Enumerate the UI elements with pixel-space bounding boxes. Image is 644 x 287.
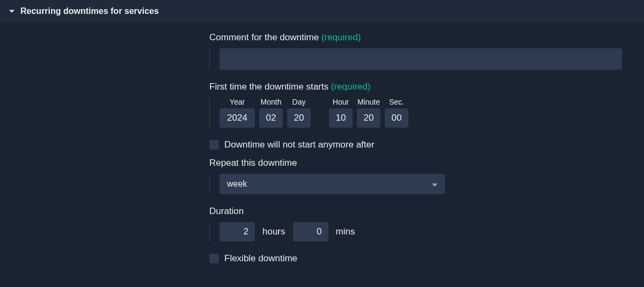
end-enabled-label: Downtime will not start anymore after	[224, 139, 375, 150]
hour-header: Hour	[333, 98, 349, 106]
flexible-row: Flexible downtime	[209, 253, 628, 264]
section-title: Recurring downtimes for services	[20, 6, 159, 16]
duration-hours-input[interactable]	[219, 222, 255, 241]
start-time-label: First time the downtime starts (required…	[209, 82, 628, 92]
caret-down-icon	[432, 179, 437, 189]
repeat-value: week	[227, 179, 247, 189]
sec-header: Sec.	[389, 98, 404, 106]
form-body: Comment for the downtime (required) Firs…	[0, 23, 644, 264]
duration-field: Duration hours mins	[209, 206, 628, 241]
repeat-select[interactable]: week	[219, 174, 445, 194]
hours-unit: hours	[262, 226, 286, 237]
required-tag: (required)	[321, 32, 361, 42]
required-tag: (required)	[331, 82, 371, 92]
repeat-field: Repeat this downtime week	[209, 158, 628, 194]
duration-mins-input[interactable]	[293, 222, 328, 241]
day-input[interactable]	[287, 108, 311, 128]
month-input[interactable]	[259, 108, 283, 128]
sec-input[interactable]	[385, 108, 408, 128]
flexible-label: Flexible downtime	[224, 253, 297, 264]
year-header: Year	[230, 98, 245, 106]
chevron-down-icon	[9, 8, 15, 14]
comment-input[interactable]	[219, 48, 622, 70]
flexible-checkbox[interactable]	[209, 254, 219, 263]
minute-header: Minute	[357, 98, 380, 106]
repeat-label: Repeat this downtime	[209, 158, 628, 168]
year-input[interactable]	[219, 108, 255, 128]
section-header[interactable]: Recurring downtimes for services	[0, 0, 644, 23]
end-enabled-row: Downtime will not start anymore after	[209, 139, 628, 150]
mins-unit: mins	[336, 226, 355, 237]
comment-label: Comment for the downtime (required)	[209, 32, 628, 43]
start-time-field: First time the downtime starts (required…	[209, 82, 628, 128]
comment-field: Comment for the downtime (required)	[209, 32, 628, 70]
end-enabled-checkbox[interactable]	[209, 140, 219, 150]
duration-label: Duration	[209, 206, 628, 217]
day-header: Day	[292, 98, 306, 106]
month-header: Month	[261, 98, 282, 106]
minute-input[interactable]	[357, 108, 380, 128]
hour-input[interactable]	[329, 108, 353, 128]
